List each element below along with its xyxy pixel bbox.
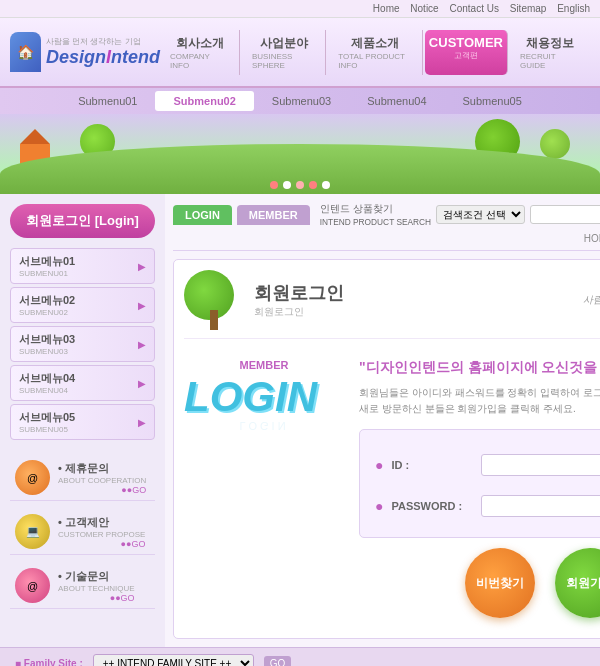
password-input[interactable] [481, 495, 600, 517]
subnav-item-3[interactable]: Submenu03 [254, 91, 349, 111]
login-form-area: "디자인인텐드의 홈페이지에 오신것을 환영합니다." 회원님들은 아이디와 패… [359, 359, 600, 618]
nav-english[interactable]: English [557, 3, 590, 14]
page-subtitle: 회원로그인 [254, 305, 344, 319]
arrow-icon-2: ▶ [138, 300, 146, 311]
sidebar-info-technique[interactable]: @ • 기술문의 ABOUT TECHNIQUE ●●GO [10, 563, 155, 609]
subnav-item-2[interactable]: Submenu02 [155, 91, 253, 111]
logo-area: 🏠 사람을 먼저 생각하는 기업 DesignIntend [10, 32, 160, 72]
breadcrumb-home[interactable]: HOME [584, 233, 600, 244]
sidebar: 회원로그인 [Login] 서브메뉴01 SUBMENU01 ▶ 서브메뉴02 … [0, 194, 165, 647]
subnav-item-5[interactable]: Submenu05 [445, 91, 540, 111]
sidebar-info-customer[interactable]: 💻 • 고객제안 CUSTOMER PROPOSE ●●GO [10, 509, 155, 555]
id-input[interactable] [481, 454, 600, 476]
page-area: 회원로그인 회원로그인 사람을 생각하는 자연과같은 기업 MEMBER LOG… [173, 259, 600, 639]
find-password-button[interactable]: 비번찾기 [465, 548, 535, 618]
sidebar-login-box[interactable]: 회원로그인 [Login] [10, 204, 155, 238]
login-visual: MEMBER LOGIN LOGIN [184, 359, 344, 618]
id-dot: ● [375, 457, 383, 473]
family-go-button[interactable]: GO [264, 656, 292, 666]
page-header: 회원로그인 회원로그인 사람을 생각하는 자연과같은 기업 [184, 270, 600, 339]
search-input[interactable] [530, 205, 600, 224]
id-row: ● ID : LOGIN [375, 442, 600, 487]
nav-sitemap[interactable]: Sitemap [510, 3, 547, 14]
welcome-sub: 회원님들은 아이디와 패스워드를 정확히 입력하여 로그인해 주세요. 새로 방… [359, 385, 600, 417]
header: 🏠 사람을 먼저 생각하는 기업 DesignIntend 회사소개 COMPA… [0, 18, 600, 88]
logo-text: DesignIntend [46, 47, 160, 68]
family-site-bar: ■ Family Site : ++ INTEND FAMILY SITE ++… [0, 647, 600, 666]
action-buttons: 비번찾기 회원가입 [359, 548, 600, 618]
id-label: ID : [391, 459, 481, 471]
nav-company[interactable]: 회사소개 COMPANY INFO [160, 30, 240, 75]
arrow-icon-4: ▶ [138, 378, 146, 389]
sidebar-item-3[interactable]: 서브메뉴03 SUBMENU03 ▶ [10, 326, 155, 362]
sidebar-item-4[interactable]: 서브메뉴04 SUBMENU04 ▶ [10, 365, 155, 401]
pw-dot: ● [375, 498, 383, 514]
family-select[interactable]: ++ INTEND FAMILY SITE ++ [93, 654, 254, 666]
search-bar: LOGIN MEMBER 인텐드 상품찾기INTEND PRODUCT SEAR… [173, 202, 600, 227]
scene-decoration [0, 114, 600, 194]
customer-icon: 💻 [15, 514, 50, 549]
family-label: ■ Family Site : [15, 658, 83, 666]
password-row: ● PASSWORD : [375, 495, 600, 517]
sidebar-item-2[interactable]: 서브메뉴02 SUBMENU02 ▶ [10, 287, 155, 323]
logo-icon: 🏠 [10, 32, 41, 72]
welcome-message: "디자인인텐드의 홈페이지에 오신것을 환영합니다." [359, 359, 600, 377]
login-text: LOGIN [184, 376, 344, 418]
nav-home[interactable]: Home [373, 3, 400, 14]
nav-recruit[interactable]: 채용정보 RECRUIT GUIDE [510, 30, 590, 75]
nav-notice[interactable]: Notice [410, 3, 438, 14]
search-select[interactable]: 검색조건 선택 [436, 205, 525, 224]
search-label: 인텐드 상품찾기INTEND PRODUCT SEARCH [320, 202, 431, 227]
join-member-button[interactable]: 회원가입 [555, 548, 600, 618]
arrow-icon-1: ▶ [138, 261, 146, 272]
pw-label: PASSWORD : [391, 500, 481, 512]
login-reflection: LOGIN [184, 420, 344, 432]
sidebar-menu: 서브메뉴01 SUBMENU01 ▶ 서브메뉴02 SUBMENU02 ▶ 서브… [10, 248, 155, 440]
page-slogan: 사람을 생각하는 자연과같은 기업 [583, 293, 600, 307]
sidebar-info-cooperation[interactable]: @ • 제휴문의 ABOUT COOPERATION ●●GO [10, 455, 155, 501]
technique-icon: @ [15, 568, 50, 603]
sidebar-item-1[interactable]: 서브메뉴01 SUBMENU01 ▶ [10, 248, 155, 284]
logo-subtitle: 사람을 먼저 생각하는 기업 [46, 36, 160, 47]
login-form-box: ● ID : LOGIN ● PASSWORD : [359, 429, 600, 538]
main-content: LOGIN MEMBER 인텐드 상품찾기INTEND PRODUCT SEAR… [165, 194, 600, 647]
breadcrumb: HOME > 서브페이지 > 카테고리 [173, 232, 600, 251]
sub-navigation: Submenu01 Submenu02 Submenu03 Submenu04 … [0, 88, 600, 114]
page-header-tree [184, 270, 244, 330]
top-navigation: Home Notice Contact Us Sitemap English [0, 0, 600, 18]
login-section: MEMBER LOGIN LOGIN "디자인인텐드의 홈페이지에 오신것을 환… [184, 349, 600, 628]
arrow-icon-3: ▶ [138, 339, 146, 350]
main-nav: 회사소개 COMPANY INFO 사업분야 BUSINESS SPHERE 제… [160, 30, 590, 75]
nav-customer[interactable]: CUSTOMER 고객편 [425, 30, 508, 75]
login-tab[interactable]: LOGIN [173, 205, 232, 225]
arrow-icon-5: ▶ [138, 417, 146, 428]
member-label: MEMBER [184, 359, 344, 371]
nav-contact[interactable]: Contact Us [449, 3, 498, 14]
sidebar-info-list: @ • 제휴문의 ABOUT COOPERATION ●●GO 💻 • 고객제안… [10, 455, 155, 609]
subnav-item-4[interactable]: Submenu04 [349, 91, 444, 111]
page-title: 회원로그인 [254, 281, 344, 305]
cooperation-icon: @ [15, 460, 50, 495]
content-wrapper: 회원로그인 [Login] 서브메뉴01 SUBMENU01 ▶ 서브메뉴02 … [0, 194, 600, 647]
nav-business[interactable]: 사업분야 BUSINESS SPHERE [242, 30, 326, 75]
member-tab[interactable]: MEMBER [237, 205, 310, 225]
nav-products[interactable]: 제품소개 TOTAL PRODUCT INFO [328, 30, 423, 75]
scene-flowers [270, 181, 330, 189]
subnav-item-1[interactable]: Submenu01 [60, 91, 155, 111]
sidebar-item-5[interactable]: 서브메뉴05 SUBMENU05 ▶ [10, 404, 155, 440]
